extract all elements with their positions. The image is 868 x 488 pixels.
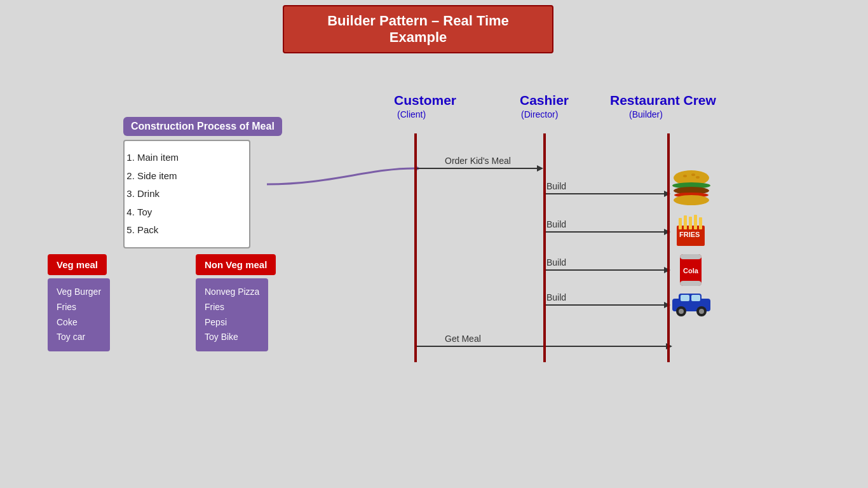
svg-text:Build: Build [546,257,566,268]
svg-point-33 [674,187,709,194]
veg-item: Fries [57,300,101,315]
svg-text:FRIES: FRIES [679,231,700,238]
nonveg-item: Nonveg Pizza [205,285,259,300]
svg-text:Customer: Customer [394,93,456,107]
svg-text:Cashier: Cashier [520,93,569,107]
svg-marker-14 [664,302,670,308]
svg-rect-44 [680,254,702,259]
veg-item: Toy car [57,330,101,345]
svg-marker-17 [666,343,672,349]
svg-text:Build: Build [546,181,566,191]
svg-rect-41 [694,215,697,229]
svg-text:(Builder): (Builder) [629,109,663,119]
svg-rect-42 [699,217,702,229]
title-box: Builder Pattern – Real Time Example [283,5,553,53]
veg-item: Coke [57,315,101,330]
svg-text:(Director): (Director) [521,109,558,119]
list-item: Side item [137,167,239,186]
svg-point-54 [699,309,704,314]
svg-point-30 [691,173,695,176]
svg-point-53 [696,306,707,316]
svg-text:(Client): (Client) [397,109,426,119]
svg-marker-11 [664,267,670,273]
svg-point-32 [672,182,710,189]
svg-text:Restaurant Crew: Restaurant Crew [610,93,717,107]
svg-text:Get Meal: Get Meal [445,334,481,344]
svg-text:Build: Build [546,292,566,302]
svg-point-31 [696,176,700,179]
nonveg-meal-button[interactable]: Non Veg meal [196,254,276,275]
nonveg-item: Pepsi [205,315,259,330]
svg-rect-38 [679,218,682,229]
veg-meal-button[interactable]: Veg meal [48,254,107,275]
construction-list: Main item Side item Drink Toy Pack [123,140,250,248]
construction-label: Construction Process of Meal [123,117,282,136]
list-item: Drink [137,185,239,203]
svg-rect-45 [680,281,702,286]
title-text: Builder Pattern – Real Time Example [327,13,509,45]
veg-item: Veg Burger [57,285,101,300]
svg-rect-40 [689,217,692,229]
svg-rect-47 [672,299,710,311]
svg-point-52 [679,309,684,314]
list-item: Pack [137,221,239,240]
list-item: Main item [137,149,239,167]
svg-rect-43 [680,254,702,286]
nonveg-item: Fries [205,300,259,315]
svg-marker-5 [664,191,670,197]
nonveg-item: Toy Bike [205,330,259,345]
svg-text:Order Kid's Meal: Order Kid's Meal [445,156,511,166]
svg-rect-36 [677,226,705,246]
veg-items-box: Veg Burger Fries Coke Toy car [48,278,110,351]
svg-point-51 [676,306,686,316]
list-item: Toy [137,203,239,222]
svg-point-28 [674,170,709,186]
svg-marker-8 [664,229,670,235]
svg-rect-50 [691,295,700,301]
svg-rect-39 [684,215,687,229]
svg-rect-49 [681,295,689,301]
svg-point-34 [674,193,709,198]
svg-point-35 [674,195,709,205]
svg-text:Cola: Cola [683,267,699,274]
svg-rect-48 [679,294,702,302]
svg-text:Build: Build [546,219,566,229]
nonveg-items-box: Nonveg Pizza Fries Pepsi Toy Bike [196,278,268,351]
svg-point-29 [683,175,687,177]
svg-marker-2 [537,165,543,172]
svg-marker-0 [414,165,421,172]
